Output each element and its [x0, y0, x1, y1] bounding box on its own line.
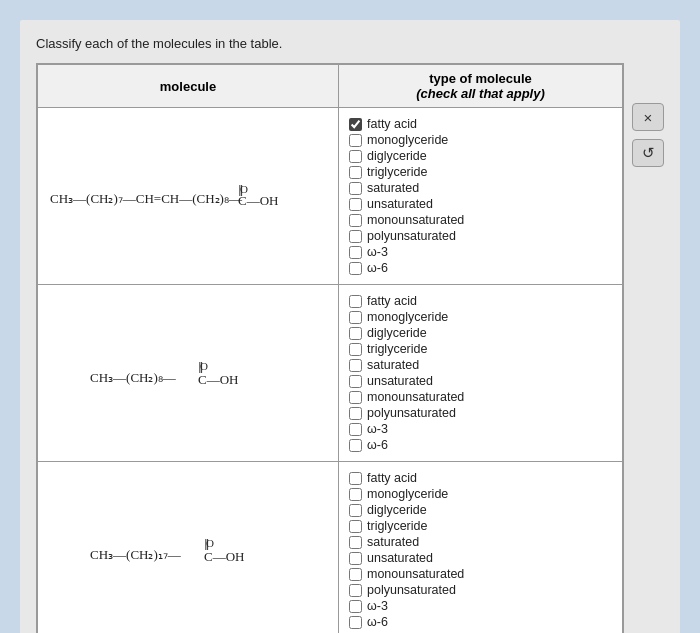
svg-text:CH₃—(CH₂)₇—CH=CH—(CH₂)₈—: CH₃—(CH₂)₇—CH=CH—(CH₂)₈— [50, 191, 243, 206]
list-item-r1_monoglyceride: monoglyceride [349, 132, 612, 148]
svg-text:CH₃—(CH₂)₈—: CH₃—(CH₂)₈— [90, 370, 177, 385]
checkbox-r3_monounsaturated[interactable] [349, 568, 362, 581]
checkbox-r2_monounsaturated[interactable] [349, 391, 362, 404]
checkbox-r2_fatty_acid[interactable] [349, 295, 362, 308]
label-r2_fatty_acid[interactable]: fatty acid [367, 294, 417, 308]
label-r2_monounsaturated[interactable]: monounsaturated [367, 390, 464, 404]
molecule-header: molecule [38, 65, 339, 108]
label-r1_saturated[interactable]: saturated [367, 181, 419, 195]
checkbox-r2_omega3[interactable] [349, 423, 362, 436]
checkbox-r3_saturated[interactable] [349, 536, 362, 549]
checkbox-r3_monoglyceride[interactable] [349, 488, 362, 501]
checkbox-r2_monoglyceride[interactable] [349, 311, 362, 324]
undo-button[interactable]: ↺ [632, 139, 664, 167]
label-r3_unsaturated[interactable]: unsaturated [367, 551, 433, 565]
checkbox-r3_omega3[interactable] [349, 600, 362, 613]
checkbox-r3_fatty_acid[interactable] [349, 472, 362, 485]
list-item-r3_monounsaturated: monounsaturated [349, 566, 612, 582]
table-wrapper: molecule type of molecule (check all tha… [36, 63, 624, 633]
checkbox-r1_diglyceride[interactable] [349, 150, 362, 163]
close-button[interactable]: × [632, 103, 664, 131]
options-cell-2: fatty acidmonoglyceridediglyceridetrigly… [339, 285, 623, 462]
label-r2_polyunsaturated[interactable]: polyunsaturated [367, 406, 456, 420]
checkbox-r2_unsaturated[interactable] [349, 375, 362, 388]
checkbox-r3_triglyceride[interactable] [349, 520, 362, 533]
molecule-svg-row2: CH₃—(CH₂)₈— O ‖ C—OH [88, 344, 288, 399]
checkbox-r1_omega6[interactable] [349, 262, 362, 275]
checkbox-list-row2: fatty acidmonoglyceridediglyceridetrigly… [349, 291, 612, 455]
checkbox-r1_saturated[interactable] [349, 182, 362, 195]
label-r3_omega6[interactable]: ω-6 [367, 615, 388, 629]
list-item-r2_fatty_acid: fatty acid [349, 293, 612, 309]
list-item-r3_monoglyceride: monoglyceride [349, 486, 612, 502]
side-buttons: × ↺ [632, 63, 664, 167]
list-item-r1_fatty_acid: fatty acid [349, 116, 612, 132]
list-item-r3_triglyceride: triglyceride [349, 518, 612, 534]
checkbox-r2_triglyceride[interactable] [349, 343, 362, 356]
list-item-r1_saturated: saturated [349, 180, 612, 196]
list-item-r3_omega6: ω-6 [349, 614, 612, 630]
list-item-r2_monounsaturated: monounsaturated [349, 389, 612, 405]
checkbox-list-row1: fatty acidmonoglyceridediglyceridetrigly… [349, 114, 612, 278]
list-item-r1_omega3: ω-3 [349, 244, 612, 260]
checkbox-r2_saturated[interactable] [349, 359, 362, 372]
label-r3_polyunsaturated[interactable]: polyunsaturated [367, 583, 456, 597]
label-r3_saturated[interactable]: saturated [367, 535, 419, 549]
list-item-r2_diglyceride: diglyceride [349, 325, 612, 341]
label-r2_omega3[interactable]: ω-3 [367, 422, 388, 436]
options-cell-3: fatty acidmonoglyceridediglyceridetrigly… [339, 462, 623, 634]
label-r1_omega3[interactable]: ω-3 [367, 245, 388, 259]
list-item-r1_monounsaturated: monounsaturated [349, 212, 612, 228]
molecule-cell-2: CH₃—(CH₂)₈— O ‖ C—OH [38, 285, 339, 462]
list-item-r3_omega3: ω-3 [349, 598, 612, 614]
label-r1_unsaturated[interactable]: unsaturated [367, 197, 433, 211]
list-item-r1_unsaturated: unsaturated [349, 196, 612, 212]
label-r2_diglyceride[interactable]: diglyceride [367, 326, 427, 340]
checkbox-r2_omega6[interactable] [349, 439, 362, 452]
label-r1_monounsaturated[interactable]: monounsaturated [367, 213, 464, 227]
checkbox-r1_fatty_acid[interactable] [349, 118, 362, 131]
instruction-text: Classify each of the molecules in the ta… [36, 36, 664, 51]
list-item-r3_diglyceride: diglyceride [349, 502, 612, 518]
label-r3_fatty_acid[interactable]: fatty acid [367, 471, 417, 485]
checkbox-r2_diglyceride[interactable] [349, 327, 362, 340]
label-r1_polyunsaturated[interactable]: polyunsaturated [367, 229, 456, 243]
label-r1_fatty_acid[interactable]: fatty acid [367, 117, 417, 131]
label-r1_omega6[interactable]: ω-6 [367, 261, 388, 275]
svg-text:C—OH: C—OH [198, 372, 238, 387]
list-item-r1_omega6: ω-6 [349, 260, 612, 276]
label-r1_triglyceride[interactable]: triglyceride [367, 165, 427, 179]
label-r2_omega6[interactable]: ω-6 [367, 438, 388, 452]
checkbox-r2_polyunsaturated[interactable] [349, 407, 362, 420]
checkbox-r3_unsaturated[interactable] [349, 552, 362, 565]
label-r3_diglyceride[interactable]: diglyceride [367, 503, 427, 517]
list-item-r2_monoglyceride: monoglyceride [349, 309, 612, 325]
molecule-svg-row1: CH₃—(CH₂)₇—CH=CH—(CH₂)₈— O ‖ C—OH [48, 165, 328, 225]
list-item-r1_triglyceride: triglyceride [349, 164, 612, 180]
label-r2_monoglyceride[interactable]: monoglyceride [367, 310, 448, 324]
molecule-svg-row3: CH₃—(CH₂)₁₇— O ‖ C—OH [88, 521, 288, 576]
label-r3_monoglyceride[interactable]: monoglyceride [367, 487, 448, 501]
label-r2_unsaturated[interactable]: unsaturated [367, 374, 433, 388]
label-r3_monounsaturated[interactable]: monounsaturated [367, 567, 464, 581]
options-cell-1: fatty acidmonoglyceridediglyceridetrigly… [339, 108, 623, 285]
checkbox-r1_triglyceride[interactable] [349, 166, 362, 179]
label-r3_triglyceride[interactable]: triglyceride [367, 519, 427, 533]
checkbox-r3_polyunsaturated[interactable] [349, 584, 362, 597]
svg-text:CH₃—(CH₂)₁₇—: CH₃—(CH₂)₁₇— [90, 547, 182, 562]
label-r3_omega3[interactable]: ω-3 [367, 599, 388, 613]
label-r2_triglyceride[interactable]: triglyceride [367, 342, 427, 356]
outer-layout: molecule type of molecule (check all tha… [36, 63, 664, 633]
label-r2_saturated[interactable]: saturated [367, 358, 419, 372]
checkbox-r1_polyunsaturated[interactable] [349, 230, 362, 243]
label-r1_diglyceride[interactable]: diglyceride [367, 149, 427, 163]
checkbox-r1_unsaturated[interactable] [349, 198, 362, 211]
list-item-r2_omega6: ω-6 [349, 437, 612, 453]
checkbox-r3_diglyceride[interactable] [349, 504, 362, 517]
list-item-r3_fatty_acid: fatty acid [349, 470, 612, 486]
checkbox-r3_omega6[interactable] [349, 616, 362, 629]
checkbox-r1_omega3[interactable] [349, 246, 362, 259]
checkbox-r1_monounsaturated[interactable] [349, 214, 362, 227]
checkbox-r1_monoglyceride[interactable] [349, 134, 362, 147]
label-r1_monoglyceride[interactable]: monoglyceride [367, 133, 448, 147]
